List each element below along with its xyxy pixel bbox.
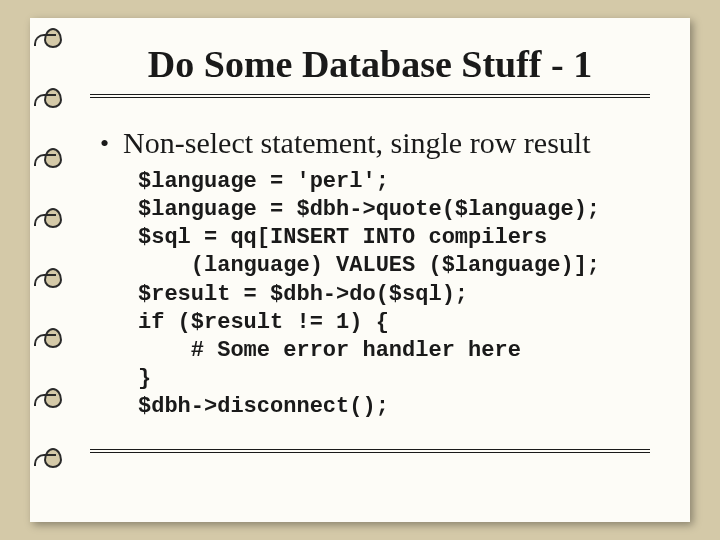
bullet-icon: • bbox=[100, 126, 109, 162]
bullet-text: Non-select statement, single row result bbox=[123, 126, 590, 160]
bullet-item: • Non-select statement, single row resul… bbox=[100, 126, 650, 162]
bottom-rule-thick bbox=[90, 452, 650, 453]
spiral-binding bbox=[38, 18, 68, 522]
title-rule-thick bbox=[90, 94, 650, 95]
slide-title: Do Some Database Stuff - 1 bbox=[90, 42, 650, 86]
bottom-rule-thin bbox=[90, 449, 650, 450]
title-rule-thin bbox=[90, 97, 650, 98]
code-block: $language = 'perl'; $language = $dbh->qu… bbox=[138, 168, 650, 421]
slide-content: Do Some Database Stuff - 1 • Non-select … bbox=[30, 18, 690, 473]
slide-paper: Do Some Database Stuff - 1 • Non-select … bbox=[30, 18, 690, 522]
